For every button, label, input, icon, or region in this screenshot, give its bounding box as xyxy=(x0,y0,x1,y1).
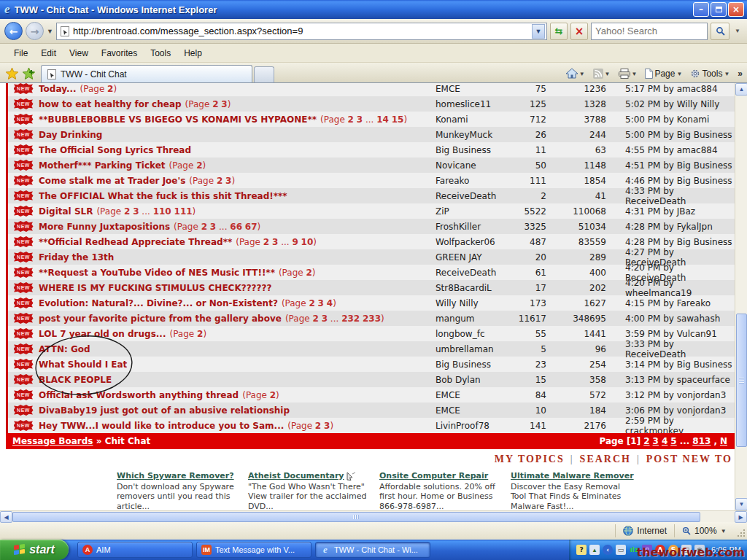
tools-dropdown[interactable]: ▼ xyxy=(724,71,729,77)
thread-title-link[interactable]: Official ask Wordsworth anything thread xyxy=(39,390,239,400)
page-link[interactable]: 2 xyxy=(107,84,113,94)
thread-title-link[interactable]: Digital SLR xyxy=(39,206,93,217)
ad-title-link[interactable]: Onsite Computer Repair xyxy=(379,471,488,481)
page-link[interactable]: 2 xyxy=(124,206,130,217)
print-dropdown[interactable]: ▼ xyxy=(632,71,638,77)
thread-title-link[interactable]: Motherf*** Parking Ticket xyxy=(39,160,166,171)
page-link[interactable]: 9 xyxy=(292,237,298,247)
action-search[interactable]: Search xyxy=(580,454,631,464)
add-favorite-icon[interactable] xyxy=(23,68,35,79)
scroll-up-button[interactable]: ▲ xyxy=(735,83,747,96)
thread-title-link[interactable]: What Should I Eat xyxy=(39,359,127,370)
page-link[interactable]: 2 xyxy=(315,421,321,431)
menu-favorites[interactable]: Favorites xyxy=(95,46,144,61)
page-link[interactable]: 3 xyxy=(322,314,328,324)
page-link[interactable]: 14 xyxy=(376,114,389,125)
page-link[interactable]: 3 xyxy=(357,114,363,125)
tray-help-icon[interactable]: ? xyxy=(576,545,587,555)
thread-title-link[interactable]: Today... xyxy=(39,84,77,94)
pagination-link[interactable]: 4 xyxy=(662,436,667,446)
thread-title-link[interactable]: The OFFICIAL What the fuck is this shit … xyxy=(39,191,287,201)
tray-back-icon[interactable]: ‹ xyxy=(603,545,613,555)
stop-button[interactable]: × xyxy=(570,23,588,40)
horizontal-scroll-thumb[interactable] xyxy=(12,512,700,522)
history-dropdown[interactable]: ▼ xyxy=(47,28,53,35)
page-link[interactable]: 2 xyxy=(196,160,202,171)
scroll-left-button[interactable]: ◀ xyxy=(0,511,12,523)
page-link[interactable]: 3 xyxy=(225,176,231,186)
menu-help[interactable]: Help xyxy=(177,46,209,61)
thread-title-link[interactable]: Day Drinking xyxy=(39,130,102,140)
feeds-dropdown[interactable]: ▼ xyxy=(605,71,611,77)
message-boards-link[interactable]: Message Boards xyxy=(12,436,93,446)
thread-title-link[interactable]: Evolution: Natural?... Divine?... or Non… xyxy=(39,298,278,308)
page-link[interactable]: 10 xyxy=(301,237,314,247)
pagination-link[interactable]: 813 xyxy=(692,436,711,446)
new-tab-button[interactable] xyxy=(254,66,274,82)
horizontal-scrollbar[interactable]: ◀ ▶ xyxy=(0,510,747,522)
page-link[interactable]: 2 xyxy=(309,298,314,308)
feeds-button[interactable]: ▼ xyxy=(590,67,614,80)
pagination-link[interactable]: 5 xyxy=(670,436,676,446)
pagination-link[interactable]: 3 xyxy=(653,436,659,446)
pagination-link[interactable]: 2 xyxy=(643,436,649,446)
task-button-im[interactable]: IMText Message with V... xyxy=(196,542,311,558)
thread-title-link[interactable]: Friday the 13th xyxy=(39,252,114,262)
menu-tools[interactable]: Tools xyxy=(144,46,177,61)
page-link[interactable]: 3 xyxy=(210,222,216,232)
page-link[interactable]: 3 xyxy=(324,421,330,431)
task-button-aim[interactable]: AAIM xyxy=(77,542,193,558)
scroll-right-button[interactable]: ▶ xyxy=(735,511,747,523)
thread-title-link[interactable]: ATTN: God xyxy=(39,344,90,354)
tray-monitor-icon[interactable]: ▭ xyxy=(616,545,626,555)
print-button[interactable]: ▼ xyxy=(616,67,640,80)
page-link[interactable]: 4 xyxy=(327,298,333,308)
tools-menu-button[interactable]: Tools ▼ xyxy=(687,67,732,80)
thread-title-link[interactable]: Come stalk me at Trader Joe's xyxy=(39,176,185,186)
home-dropdown[interactable]: ▼ xyxy=(579,71,585,77)
thread-title-link[interactable]: The Official Song Lyrics Thread xyxy=(39,145,191,155)
tab-tww-chit-chat[interactable]: TWW - Chit Chat xyxy=(41,65,252,82)
start-button[interactable]: start xyxy=(0,540,69,560)
page-link[interactable]: 2 xyxy=(270,390,276,400)
page-dropdown[interactable]: ▼ xyxy=(676,71,682,77)
search-input[interactable] xyxy=(595,26,703,36)
close-button[interactable]: × xyxy=(728,2,744,17)
ad-title-link[interactable]: Which Spyware Remover? xyxy=(117,471,234,481)
back-button[interactable]: ← xyxy=(4,22,23,40)
thread-title-link[interactable]: DivaBaby19 just got out of an abusive re… xyxy=(39,405,290,416)
thread-title-link[interactable]: Hey TWW...I would like to introduce you … xyxy=(39,421,284,431)
page-link[interactable]: 3 xyxy=(221,99,227,109)
thread-title-link[interactable]: WHERE IS MY FUCKING STIMULUS CHECK?????? xyxy=(39,283,271,293)
menu-view[interactable]: View xyxy=(63,46,95,61)
page-link[interactable]: 67 xyxy=(245,222,258,232)
page-link[interactable]: 233 xyxy=(363,314,381,324)
search-button[interactable] xyxy=(711,23,729,40)
page-link[interactable]: 3 xyxy=(318,298,324,308)
tray-arrow-up-icon[interactable]: ▴ xyxy=(589,545,600,555)
page-link[interactable]: 3 xyxy=(272,237,278,247)
page-link[interactable]: 2 xyxy=(348,114,354,125)
action-my-topics[interactable]: My Topics xyxy=(495,454,565,464)
thread-title-link[interactable]: BLACK PEOPLE xyxy=(39,375,112,385)
page-link[interactable]: 2 xyxy=(306,268,311,278)
thread-title-link[interactable]: LOL 7 year old on drugs... xyxy=(39,329,166,339)
toolbar-overflow-button[interactable]: » xyxy=(735,69,743,79)
minimize-button[interactable]: – xyxy=(693,2,709,17)
thread-title-link[interactable]: **BUBBLEBOBBLE VS BIGEGO VS KONAMI VS HY… xyxy=(39,114,317,125)
ad-title-link[interactable]: Ultimate Malware Remover xyxy=(511,471,634,481)
page-link[interactable]: 2 xyxy=(201,222,207,232)
thread-title-link[interactable]: **Request a YouTube Video of NES Music I… xyxy=(39,268,275,278)
thread-title-link[interactable]: post your favorite picture from the gall… xyxy=(39,314,282,324)
page-link[interactable]: 2 xyxy=(197,329,203,339)
page-link[interactable]: 66 xyxy=(230,222,242,232)
vertical-scrollbar[interactable]: ▲ ▼ xyxy=(735,83,747,510)
home-button[interactable]: ▼ xyxy=(563,67,588,80)
page-link[interactable]: 232 xyxy=(341,314,360,324)
refresh-button[interactable]: ⇆ xyxy=(550,23,568,40)
zoom-control[interactable]: 100% ▼ xyxy=(674,524,737,537)
page-menu-button[interactable]: Page ▼ xyxy=(642,67,685,80)
vertical-scroll-thumb[interactable] xyxy=(736,314,747,447)
page-link[interactable]: 3 xyxy=(133,206,139,217)
restore-button[interactable] xyxy=(711,2,727,17)
